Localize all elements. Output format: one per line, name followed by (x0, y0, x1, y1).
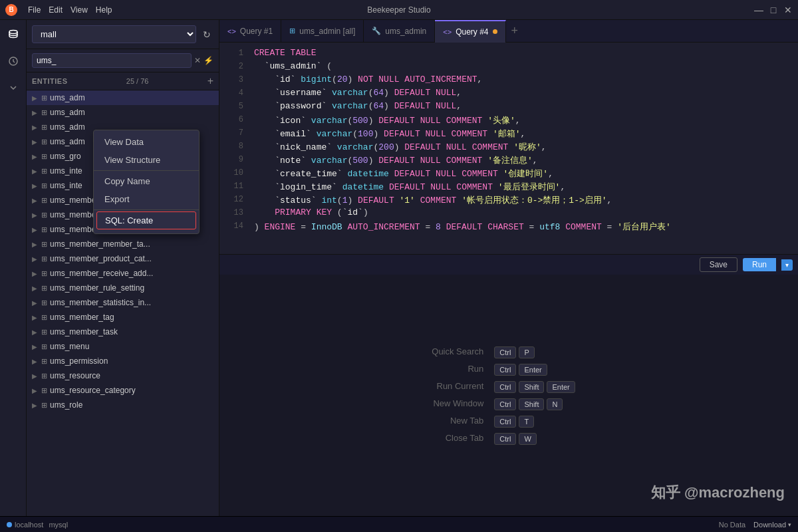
add-entity-button[interactable]: + (207, 75, 213, 87)
tabs-bar: <> Query #1 ⊞ ums_admin [all] 🔧 ums_admi… (219, 20, 798, 43)
code-line-12: 12 `status` int(1) DEFAULT '1' COMMENT '… (219, 194, 798, 207)
icon-chevrons[interactable] (4, 78, 23, 97)
shortcut-label-new-window: New Window (432, 398, 483, 410)
status-right: No Data Download ▾ (719, 521, 791, 529)
tab-label: ums_admin (385, 27, 426, 36)
icon-history[interactable] (4, 52, 23, 70)
list-item[interactable]: ▶ ⊞ ums_adm (27, 90, 219, 105)
context-separator-2 (94, 209, 199, 210)
table-icon: ⊞ (41, 225, 47, 234)
table-icon: ⊞ (41, 328, 47, 336)
search-bar: ✕ ⚡ (27, 49, 219, 72)
svg-point-0 (9, 31, 17, 34)
database-select[interactable]: mall (32, 25, 196, 43)
entities-count: 25 / 76 (126, 77, 149, 85)
refresh-button[interactable]: ↻ (200, 28, 213, 41)
run-dropdown-button[interactable]: ▾ (781, 259, 793, 271)
table-icon: ⊞ (289, 27, 295, 35)
entity-name: ums_member_task (50, 327, 213, 336)
menu-view[interactable]: View (70, 5, 88, 15)
maximize-button[interactable]: □ (769, 5, 778, 15)
chevron-icon: ▶ (32, 285, 39, 292)
table-icon: ⊞ (41, 167, 47, 176)
list-item[interactable]: ▶ ⊞ ums_member_tag (27, 310, 219, 325)
table-icon: ⊞ (41, 182, 47, 190)
menu-bar: File Edit View Help (28, 5, 112, 15)
entity-name: ums_role (50, 400, 213, 410)
table-icon: ⊞ (41, 372, 47, 380)
list-item[interactable]: ▶ ⊞ ums_resource (27, 368, 219, 383)
list-item[interactable]: ▶ ⊞ ums_member_receive_add... (27, 266, 219, 281)
code-line-10: 10 `create_time` datetime DEFAULT NULL C… (219, 168, 798, 181)
menu-help[interactable]: Help (96, 5, 112, 15)
close-button[interactable]: ✕ (783, 5, 793, 15)
list-item[interactable]: ▶ ⊞ ums_member_rule_setting (27, 281, 219, 295)
icon-database[interactable] (4, 25, 23, 44)
db-type: mysql (49, 521, 68, 529)
list-item[interactable]: ▶ ⊞ ums_menu (27, 339, 219, 354)
code-line-2: 2 `ums_admin` ( (219, 61, 798, 74)
shortcut-keys-new-tab: Ctrl T (494, 416, 575, 428)
entity-name: ums_member_tag (50, 313, 213, 322)
main-content: <> Query #1 ⊞ ums_admin [all] 🔧 ums_admi… (219, 20, 798, 516)
chevron-icon: ▶ (32, 226, 39, 233)
context-menu: View Data View Structure Copy Name Expor… (93, 130, 200, 234)
list-item[interactable]: ▶ ⊞ ums_permission (27, 354, 219, 368)
tab-ums-admin[interactable]: 🔧 ums_admin (364, 20, 435, 43)
context-export[interactable]: Export (94, 190, 199, 208)
list-item[interactable]: ▶ ⊞ ums_member_statistics_in... (27, 295, 219, 310)
chevron-icon: ▶ (32, 402, 39, 409)
context-view-data[interactable]: View Data (94, 133, 199, 151)
download-button[interactable]: Download ▾ (753, 521, 791, 529)
search-input[interactable] (32, 53, 192, 68)
chevron-icon: ▶ (32, 168, 39, 175)
list-item[interactable]: ▶ ⊞ ums_role (27, 398, 219, 412)
connection-status[interactable]: localhost (7, 521, 43, 529)
key-ctrl: Ctrl (494, 381, 516, 393)
table-icon: ⊞ (41, 240, 47, 249)
context-copy-name[interactable]: Copy Name (94, 172, 199, 190)
table-icon: ⊞ (41, 138, 47, 146)
save-button[interactable]: Save (700, 257, 737, 272)
tab-ums-admin-all[interactable]: ⊞ ums_admin [all] (281, 20, 364, 43)
entities-label: ENTITIES (32, 77, 68, 85)
table-icon: ⊞ (41, 357, 47, 366)
search-clear-button[interactable]: ✕ (194, 56, 201, 65)
list-item[interactable]: ▶ ⊞ ums_member_member_ta... (27, 237, 219, 251)
list-item[interactable]: ▶ ⊞ ums_resource_category (27, 383, 219, 398)
no-data-label: No Data (719, 521, 745, 529)
key-ctrl: Ctrl (494, 433, 516, 445)
code-editor[interactable]: 1 CREATE TABLE 2 `ums_admin` ( 3 `id` bi… (219, 43, 798, 254)
list-item[interactable]: ▶ ⊞ ums_adm (27, 105, 219, 120)
new-tab-button[interactable]: + (506, 24, 524, 38)
menu-file[interactable]: File (28, 5, 41, 15)
tab-query4[interactable]: <> Query #4 (435, 20, 505, 43)
run-button[interactable]: Run (743, 258, 776, 271)
context-view-structure[interactable]: View Structure (94, 151, 199, 169)
list-item[interactable]: ▶ ⊞ ums_member_product_cat... (27, 251, 219, 266)
code-line-7: 7 `email` varchar(100) DEFAULT NULL COMM… (219, 128, 798, 141)
app-logo: B (5, 4, 17, 16)
unsaved-dot (493, 29, 497, 34)
code-line-11: 11 `login_time` datetime DEFAULT NULL CO… (219, 181, 798, 194)
table-icon: ⊞ (41, 94, 47, 102)
shortcut-keys-quick-search: Ctrl P (494, 346, 575, 358)
entity-name: ums_member_rule_setting (50, 283, 213, 293)
key-ctrl: Ctrl (494, 398, 516, 410)
minimize-button[interactable]: — (754, 5, 763, 15)
menu-edit[interactable]: Edit (49, 5, 63, 15)
list-item[interactable]: ▶ ⊞ ums_member_task (27, 325, 219, 339)
shortcut-keys-close-tab: Ctrl W (494, 433, 575, 445)
tab-label: ums_admin [all] (299, 27, 355, 36)
entity-name: ums_adm (50, 108, 213, 117)
results-area: Quick Search Ctrl P Run Ctrl Enter Run C… (219, 275, 798, 516)
table-icon: ⊞ (41, 284, 47, 293)
icon-bar (0, 20, 27, 516)
search-filter-button[interactable]: ⚡ (203, 56, 213, 65)
tab-query1[interactable]: <> Query #1 (219, 20, 281, 43)
key-enter: Enter (519, 364, 547, 376)
title-bar: B File Edit View Help Beekeeper Studio —… (0, 0, 798, 20)
sidebar-header: mall ↻ (27, 20, 219, 49)
table-icon: ⊞ (41, 299, 47, 307)
context-sql-create[interactable]: SQL: Create (96, 211, 196, 229)
